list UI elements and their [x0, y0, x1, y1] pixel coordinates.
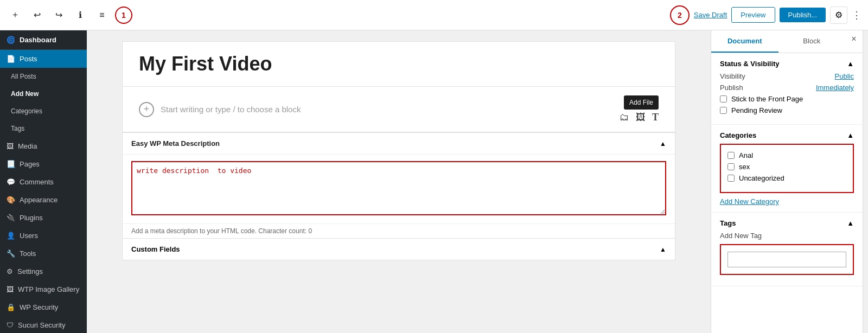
sidebar-item-add-new[interactable]: Add New [0, 85, 87, 103]
pending-row: Pending Review [720, 106, 854, 114]
panel-tabs: Document Block × [711, 30, 863, 53]
cat-sex-label: sex [739, 163, 750, 171]
categories-chevron: ▲ [847, 131, 854, 139]
text-icon[interactable]: T [652, 112, 659, 123]
tags-header[interactable]: Tags ▲ [720, 219, 854, 227]
panel-close-btn[interactable]: × [845, 30, 863, 48]
add-new-category-link[interactable]: Add New Category [720, 197, 854, 206]
appearance-icon: 🎨 [7, 196, 15, 204]
sidebar-item-appearance[interactable]: 🎨 Appearance [0, 191, 87, 209]
cat-sex-checkbox[interactable] [727, 163, 735, 170]
meta-desc-title: Easy WP Meta Description [131, 139, 220, 148]
top-right-actions: 2 Save Draft Preview Publish... ⚙ ⋮ [670, 5, 861, 25]
settings-icon: ⚙ [7, 267, 13, 276]
pages-icon: 📃 [7, 160, 15, 168]
folder-icon[interactable]: 🗂 [620, 112, 629, 123]
categories-section: Categories ▲ Anal sex Uncategorized Add … [711, 125, 863, 213]
wtp-icon: 🖼 [7, 285, 14, 293]
users-icon: 👤 [7, 232, 15, 240]
meta-desc-footer: Add a meta description to your HTML code… [123, 223, 675, 238]
pending-label: Pending Review [731, 106, 782, 114]
visibility-value[interactable]: Public [835, 72, 854, 80]
custom-fields-header[interactable]: Custom Fields ▲ [123, 239, 675, 260]
custom-fields-chevron: ▲ [660, 246, 666, 253]
meta-desc-body: write description to video [123, 155, 675, 223]
category-uncategorized: Uncategorized [727, 174, 846, 182]
sidebar-item-media[interactable]: 🖼 Media [0, 137, 87, 155]
badge-1: 1 [115, 7, 132, 24]
meta-desc-header[interactable]: Easy WP Meta Description ▲ [123, 133, 675, 155]
badge-2: 2 [670, 5, 690, 25]
main-layout: 🌀 Dashboard 📄 Posts All Posts Add New Ca… [0, 30, 868, 333]
sidebar-item-comments[interactable]: 💬 Comments [0, 173, 87, 191]
description-textarea[interactable]: write description to video [131, 161, 666, 215]
plugins-icon: 🔌 [7, 214, 15, 222]
right-panel: Document Block × Status & Visibility ▲ V… [711, 30, 863, 333]
custom-fields-title: Custom Fields [131, 245, 180, 253]
media-icon: 🖼 [7, 142, 14, 150]
sidebar-item-tools[interactable]: 🔧 Tools [0, 245, 87, 262]
tab-document[interactable]: Document [711, 30, 778, 53]
tools-icon: 🔧 [7, 249, 15, 258]
editor-wrapper: + Start writing or type / to choose a bl… [111, 30, 686, 260]
status-chevron: ▲ [847, 60, 854, 68]
sidebar-item-users[interactable]: 👤 Users [0, 227, 87, 245]
sidebar-item-wp-security[interactable]: 🔒 WP Security [0, 298, 87, 316]
publish-btn[interactable]: Publish... [780, 8, 826, 22]
undo-btn[interactable]: ↩ [28, 7, 46, 24]
settings-gear-btn[interactable]: ⚙ [830, 7, 847, 24]
meta-desc-chevron: ▲ [660, 140, 666, 148]
status-visibility-section: Status & Visibility ▲ Visibility Public … [711, 53, 863, 125]
right-scrollbar[interactable] [863, 30, 868, 333]
stick-checkbox[interactable] [720, 95, 727, 103]
comments-icon: 💬 [7, 178, 15, 186]
category-sex: sex [727, 163, 846, 171]
wp-security-icon: 🔒 [7, 303, 15, 311]
meta-desc-section: Easy WP Meta Description ▲ write descrip… [122, 133, 675, 239]
sidebar-item-posts[interactable]: 📄 Posts [0, 50, 87, 68]
post-title-area [122, 41, 675, 87]
custom-fields-section: Custom Fields ▲ [122, 239, 675, 260]
categories-list: Anal sex Uncategorized [720, 144, 854, 193]
post-title-input[interactable] [139, 53, 659, 75]
block-icons: 🗂 🖼 T [620, 112, 659, 123]
visibility-label: Visibility [720, 72, 745, 80]
categories-header[interactable]: Categories ▲ [720, 131, 854, 139]
tags-input[interactable] [727, 252, 846, 267]
tab-block[interactable]: Block [778, 30, 846, 53]
stick-row: Stick to the Front Page [720, 95, 854, 103]
sidebar-item-tags[interactable]: Tags [0, 120, 87, 137]
visibility-row: Visibility Public [720, 72, 854, 80]
sidebar-logo[interactable]: 🌀 Dashboard [0, 30, 87, 50]
cat-uncategorized-checkbox[interactable] [727, 175, 735, 182]
sidebar-item-categories[interactable]: Categories [0, 103, 87, 120]
status-visibility-header[interactable]: Status & Visibility ▲ [720, 60, 854, 68]
more-options-btn[interactable]: ⋮ [852, 9, 861, 21]
top-toolbar: ＋ ↩ ↪ ℹ ≡ 1 2 Save Draft Preview Publish… [0, 0, 868, 30]
image-icon[interactable]: 🖼 [636, 112, 646, 123]
sidebar-item-all-posts[interactable]: All Posts [0, 68, 87, 85]
content-area: + Start writing or type / to choose a bl… [87, 30, 711, 333]
list-btn[interactable]: ≡ [93, 7, 111, 24]
save-draft-btn[interactable]: Save Draft [694, 11, 727, 19]
preview-btn[interactable]: Preview [731, 7, 775, 23]
sidebar-item-settings[interactable]: ⚙ Settings [0, 262, 87, 280]
sidebar-item-pages[interactable]: 📃 Pages [0, 155, 87, 173]
stick-label: Stick to the Front Page [731, 95, 803, 103]
add-block-btn[interactable]: + [139, 102, 154, 117]
sidebar-item-plugins[interactable]: 🔌 Plugins [0, 209, 87, 227]
tags-chevron: ▲ [847, 219, 854, 227]
add-new-tag-label: Add New Tag [720, 232, 854, 240]
sidebar-item-wtp[interactable]: 🖼 WTP Image Gallery [0, 280, 87, 298]
sidebar-item-sucuri[interactable]: 🛡 Sucuri Security [0, 316, 87, 333]
block-placeholder: Start writing or type / to choose a bloc… [161, 105, 301, 114]
publish-value[interactable]: Immediately [816, 84, 854, 92]
sucuri-icon: 🛡 [7, 321, 14, 329]
info-btn[interactable]: ℹ [72, 7, 89, 24]
add-block-toolbar-btn[interactable]: ＋ [7, 7, 24, 24]
cat-anal-checkbox[interactable] [727, 152, 735, 159]
tags-section: Tags ▲ Add New Tag [711, 213, 863, 286]
pending-checkbox[interactable] [720, 107, 727, 114]
block-area: + Start writing or type / to choose a bl… [122, 87, 675, 132]
redo-btn[interactable]: ↪ [50, 7, 67, 24]
